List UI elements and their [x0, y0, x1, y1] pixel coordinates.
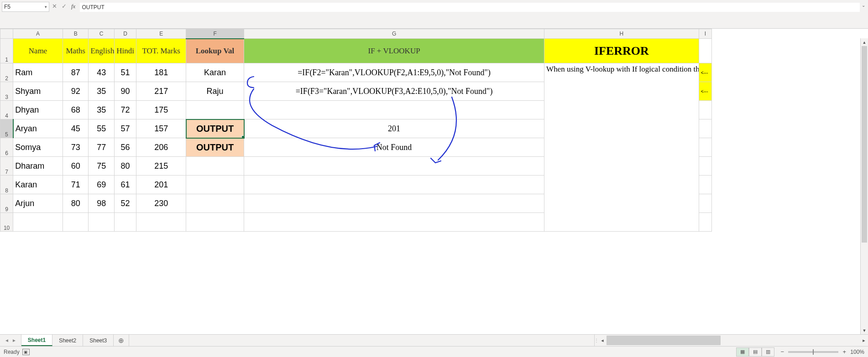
cell-maths[interactable]: 60: [63, 157, 89, 176]
tab-sheet3[interactable]: Sheet3: [83, 335, 114, 346]
zoom-slider[interactable]: [788, 351, 838, 353]
cell-maths[interactable]: 92: [63, 82, 89, 101]
cell-name[interactable]: Dhyan: [13, 101, 63, 119]
cell-lookup[interactable]: [186, 194, 244, 213]
cell-maths[interactable]: 87: [63, 63, 89, 82]
cell-hindi[interactable]: 57: [114, 119, 136, 138]
cell-name[interactable]: Somya: [13, 138, 63, 157]
row-3[interactable]: 3: [0, 82, 13, 101]
header-hindi[interactable]: Hindi: [114, 39, 136, 63]
cell-maths[interactable]: 45: [63, 119, 89, 138]
cell-output-F5[interactable]: OUTPUT: [186, 119, 244, 138]
cell-hindi[interactable]: 51: [114, 63, 136, 82]
zoom-level[interactable]: 100%: [850, 349, 864, 355]
header-ifvlookup[interactable]: IF + VLOOKUP: [244, 39, 544, 63]
col-E[interactable]: E: [136, 29, 186, 39]
cell[interactable]: [89, 213, 114, 232]
select-all-corner[interactable]: [0, 29, 13, 39]
cell-name[interactable]: Aryan: [13, 119, 63, 138]
cell-english[interactable]: 55: [89, 119, 114, 138]
cell-formula[interactable]: [244, 101, 544, 119]
cell-formula[interactable]: [244, 157, 544, 176]
cell-english[interactable]: 98: [89, 194, 114, 213]
cell[interactable]: [13, 213, 63, 232]
cell-hindi[interactable]: 56: [114, 138, 136, 157]
cell-I4[interactable]: [699, 101, 711, 119]
cancel-formula-icon[interactable]: ✕: [52, 3, 57, 10]
zoom-out-icon[interactable]: −: [779, 348, 785, 355]
vertical-scrollbar[interactable]: ▲ ▼: [860, 38, 868, 334]
cell[interactable]: [244, 213, 544, 232]
name-box-dropdown-icon[interactable]: ▾: [45, 5, 47, 9]
cell-I6[interactable]: [699, 138, 711, 157]
cell[interactable]: [699, 213, 711, 232]
cell-tot[interactable]: 175: [136, 101, 186, 119]
zoom-in-icon[interactable]: +: [841, 348, 847, 355]
row-1[interactable]: 1: [0, 39, 13, 63]
add-sheet-icon[interactable]: ⊕: [114, 335, 129, 346]
horizontal-scrollbar[interactable]: ⋮ ◄ ►: [594, 335, 868, 346]
cell-formula[interactable]: =IF(F2="Karan",VLOOKUP(F2,A1:E9,5,0),"No…: [244, 63, 544, 82]
arrow-marker[interactable]: <---: [699, 82, 711, 101]
cell-english[interactable]: 77: [89, 138, 114, 157]
cell-tot[interactable]: 215: [136, 157, 186, 176]
cell-lookup[interactable]: Karan: [186, 63, 244, 82]
cell-result[interactable]: 201: [244, 119, 544, 138]
cell-formula[interactable]: =IF(F3="Karan",VLOOKUP(F3,A2:E10,5,0),"N…: [244, 82, 544, 101]
cell-name[interactable]: Karan: [13, 176, 63, 194]
name-box[interactable]: F5 ▾: [2, 2, 49, 12]
col-F[interactable]: F: [186, 29, 244, 39]
cell[interactable]: [186, 213, 244, 232]
row-6[interactable]: 6: [0, 138, 13, 157]
col-I[interactable]: I: [699, 29, 711, 39]
cell-tot[interactable]: 206: [136, 138, 186, 157]
row-8[interactable]: 8: [0, 176, 13, 194]
cell-I1[interactable]: [699, 39, 711, 63]
expand-formula-bar-icon[interactable]: ⌄: [862, 3, 865, 8]
header-english[interactable]: English: [89, 39, 114, 63]
row-4[interactable]: 4: [0, 101, 13, 119]
col-C[interactable]: C: [89, 29, 114, 39]
cell-english[interactable]: 75: [89, 157, 114, 176]
cell-lookup[interactable]: [186, 176, 244, 194]
cell-tot[interactable]: 230: [136, 194, 186, 213]
header-iferror[interactable]: IFERROR: [544, 39, 699, 63]
tab-prev-icon[interactable]: ◄: [5, 338, 9, 343]
cell-result[interactable]: Not Found: [244, 138, 544, 157]
col-A[interactable]: A: [13, 29, 63, 39]
row-7[interactable]: 7: [0, 157, 13, 176]
cell-lookup[interactable]: [186, 101, 244, 119]
page-layout-view-icon[interactable]: ▤: [749, 347, 762, 357]
cell-maths[interactable]: 71: [63, 176, 89, 194]
row-10[interactable]: 10: [0, 213, 13, 232]
hscroll-right-icon[interactable]: ►: [860, 335, 868, 346]
cell-tot[interactable]: 157: [136, 119, 186, 138]
scroll-up-icon[interactable]: ▲: [861, 38, 868, 46]
cell-name[interactable]: Dharam: [13, 157, 63, 176]
cell-maths[interactable]: 80: [63, 194, 89, 213]
cell-hindi[interactable]: 80: [114, 157, 136, 176]
formula-input[interactable]: [80, 3, 860, 12]
cell-maths[interactable]: 73: [63, 138, 89, 157]
hscroll-thumb[interactable]: [607, 336, 721, 345]
header-maths[interactable]: Maths: [63, 39, 89, 63]
cell-I8[interactable]: [699, 176, 711, 194]
cell-hindi[interactable]: 90: [114, 82, 136, 101]
macro-record-icon[interactable]: ▣: [22, 349, 30, 355]
cell-tot[interactable]: 201: [136, 176, 186, 194]
cell-formula[interactable]: [244, 176, 544, 194]
page-break-view-icon[interactable]: ▥: [762, 347, 774, 357]
normal-view-icon[interactable]: ▦: [736, 347, 749, 357]
cell-english[interactable]: 43: [89, 63, 114, 82]
cell-hindi[interactable]: 61: [114, 176, 136, 194]
cell-maths[interactable]: 68: [63, 101, 89, 119]
cell-tot[interactable]: 181: [136, 63, 186, 82]
vscroll-thumb[interactable]: [862, 46, 867, 243]
cell-hindi[interactable]: 72: [114, 101, 136, 119]
col-G[interactable]: G: [244, 29, 544, 39]
row-5[interactable]: 5: [0, 119, 13, 138]
cell-english[interactable]: 69: [89, 176, 114, 194]
iferror-note[interactable]: When using V-lookup with If logical cond…: [544, 63, 699, 232]
hscroll-track[interactable]: [607, 335, 860, 346]
cell-name[interactable]: Arjun: [13, 194, 63, 213]
